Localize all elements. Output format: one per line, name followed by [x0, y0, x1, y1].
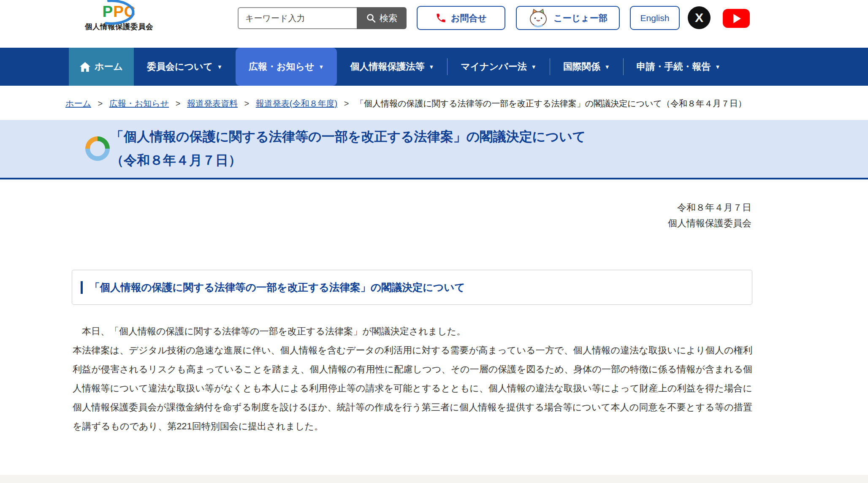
- search-input[interactable]: [238, 7, 357, 29]
- breadcrumb-separator: >: [244, 99, 250, 108]
- chevron-down-icon: ▼: [217, 64, 222, 70]
- nav-item-about-commission[interactable]: 委員会について ▼: [134, 48, 236, 86]
- nav-item-label: 申請・手続・報告: [637, 60, 711, 73]
- logo-letter: C: [124, 3, 136, 20]
- youtube-link[interactable]: [723, 9, 750, 28]
- breadcrumb-link-news[interactable]: 広報・お知らせ: [109, 99, 169, 108]
- ring-icon: [85, 136, 110, 161]
- contact-button-label: お問合せ: [451, 12, 487, 24]
- english-button[interactable]: English: [630, 6, 680, 30]
- english-button-label: English: [640, 13, 670, 23]
- mascot-button-label: こーじょー部: [553, 12, 607, 24]
- site-logo[interactable]: PPC 個人情報保護委員会: [83, 3, 155, 32]
- breadcrumb-separator: >: [176, 99, 181, 108]
- article-organization: 個人情報保護委員会: [0, 215, 751, 231]
- breadcrumb-link-press-reiwa8[interactable]: 報道発表(令和８年度): [256, 99, 337, 108]
- nav-item-international[interactable]: 国際関係 ▼: [550, 48, 623, 86]
- section-heading-box: 「個人情報の保護に関する法律等の一部を改正する法律案」の閣議決定について: [72, 270, 752, 305]
- nav-item-home[interactable]: ホーム: [69, 48, 134, 86]
- nav-item-label: 広報・お知らせ: [249, 60, 315, 73]
- search-button[interactable]: 検索: [357, 7, 407, 29]
- phone-icon: [435, 12, 447, 24]
- nav-item-news[interactable]: 広報・お知らせ ▼: [236, 48, 337, 86]
- logo-letter: P: [113, 3, 124, 20]
- next-section-band: [0, 475, 868, 483]
- chevron-down-icon: ▼: [429, 64, 434, 70]
- x-icon: X: [695, 11, 703, 25]
- page-title-date: （令和８年４月７日）: [111, 149, 843, 172]
- logo-acronym: PPC: [83, 3, 155, 21]
- main-nav: ホーム 委員会について ▼ 広報・お知らせ ▼ 個人情報保護法等 ▼ マイナンバ…: [0, 48, 868, 86]
- nav-item-label: ホーム: [95, 60, 123, 73]
- nav-item-privacy-law[interactable]: 個人情報保護法等 ▼: [337, 48, 447, 86]
- breadcrumb-separator: >: [98, 99, 103, 108]
- chevron-down-icon: ▼: [319, 64, 324, 70]
- nav-item-applications[interactable]: 申請・手続・報告 ▼: [624, 48, 734, 86]
- section-heading: 「個人情報の保護に関する法律等の一部を改正する法律案」の閣議決定について: [90, 280, 465, 294]
- youtube-play-icon: [733, 14, 741, 23]
- nav-item-label: マイナンバー法: [461, 60, 527, 73]
- nav-item-mynumber-law[interactable]: マイナンバー法 ▼: [448, 48, 549, 86]
- article-date: 令和８年４月７日: [0, 200, 751, 215]
- paragraph: 本日、「個人情報の保護に関する法律等の一部を改正する法律案」が閣議決定されました…: [73, 322, 752, 341]
- breadcrumb-current: 「個人情報の保護に関する法律等の一部を改正する法律案」の閣議決定について（令和８…: [355, 99, 746, 108]
- page-title: 「個人情報の保護に関する法律等の一部を改正する法律案」の閣議決定について: [111, 125, 843, 149]
- nav-item-label: 個人情報保護法等: [350, 60, 424, 73]
- breadcrumb-link-press-materials[interactable]: 報道発表資料: [187, 99, 238, 108]
- search-icon: [366, 13, 376, 23]
- page-title-banner: 「個人情報の保護に関する法律等の一部を改正する法律案」の閣議決定について （令和…: [0, 120, 868, 179]
- breadcrumb-separator: >: [344, 99, 349, 108]
- article-body: 本日、「個人情報の保護に関する法律等の一部を改正する法律案」が閣議決定されました…: [73, 322, 752, 436]
- chevron-down-icon: ▼: [531, 64, 537, 70]
- search-button-label: 検索: [380, 12, 397, 24]
- x-social-link[interactable]: X: [688, 6, 711, 29]
- breadcrumb: ホーム > 広報・お知らせ > 報道発表資料 > 報道発表(令和８年度) > 「…: [0, 86, 868, 120]
- chevron-down-icon: ▼: [715, 64, 721, 70]
- breadcrumb-link-home[interactable]: ホーム: [65, 99, 91, 108]
- org-name: 個人情報保護委員会: [83, 22, 155, 32]
- site-header: PPC 個人情報保護委員会 検索 お問合せ こーじょー部: [0, 0, 868, 48]
- paragraph: 本法律案は、デジタル技術の急速な進展に伴い、個人情報を含むデータの利活用に対する…: [73, 341, 752, 436]
- heading-accent-bar: [81, 281, 83, 294]
- page-title-block: 「個人情報の保護に関する法律等の一部を改正する法律案」の閣議決定について （令和…: [111, 125, 843, 172]
- home-icon: [80, 62, 90, 72]
- mascot-button[interactable]: こーじょー部: [516, 6, 620, 30]
- nav-item-label: 国際関係: [563, 60, 600, 73]
- page: { "header": { "logo": { "letters": ["P",…: [0, 0, 868, 483]
- chevron-down-icon: ▼: [605, 64, 610, 70]
- contact-button[interactable]: お問合せ: [417, 6, 505, 30]
- search-box: 検索: [238, 7, 407, 29]
- nav-item-label: 委員会について: [147, 60, 213, 73]
- article-meta: 令和８年４月７日 個人情報保護委員会: [0, 200, 868, 231]
- cat-mascot-icon: [528, 8, 548, 28]
- logo-letter: P: [102, 3, 113, 20]
